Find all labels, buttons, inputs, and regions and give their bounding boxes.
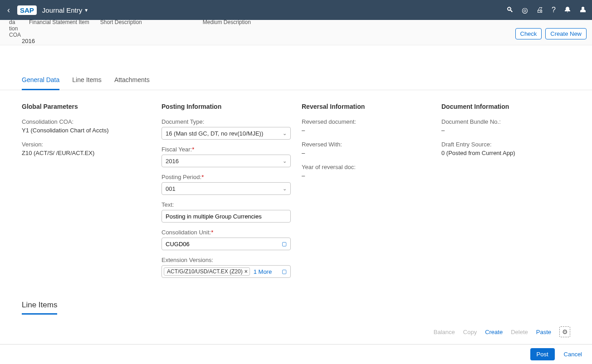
coa-label: Consolidation COA:: [22, 118, 151, 125]
lineitems-toolbar: Balance Copy Create Delete Paste ⚙: [22, 318, 570, 342]
header-fragment: da tion COA Financial Statement Item Sho…: [9, 19, 251, 38]
sap-logo: SAP: [17, 5, 37, 15]
posting-period-label: Posting Period:*: [161, 174, 291, 180]
token-remove-icon[interactable]: ×: [245, 268, 248, 275]
create-link[interactable]: Create: [485, 329, 503, 335]
posting-period-value: 001: [166, 185, 176, 192]
section-global-parameters: Global Parameters Consolidation COA: Y1 …: [22, 103, 151, 284]
back-icon[interactable]: ‹: [5, 5, 12, 15]
sub-header: da tion COA Financial Statement Item Sho…: [0, 20, 592, 45]
footer-bar: Post Cancel: [0, 344, 592, 364]
section-reversal-information: Reversal Information Reversed document: …: [302, 103, 431, 284]
doctype-select[interactable]: 16 (Man std GC, DT, no rev(10/MJE)) ⌄: [161, 127, 291, 140]
balance-link: Balance: [434, 329, 455, 335]
value-help-icon[interactable]: ▢: [279, 241, 289, 247]
frag-text: COA: [9, 32, 21, 38]
copy-link: Copy: [463, 329, 477, 335]
ext-more-link[interactable]: 1 More: [252, 268, 274, 275]
chevron-down-icon: ⌄: [283, 186, 287, 192]
ext-version-token[interactable]: ACT/G/Z10/USD/ACT.EX (Z20) ×: [164, 267, 250, 276]
consolidation-unit-input[interactable]: ▢: [161, 238, 291, 250]
cancel-button[interactable]: Cancel: [561, 350, 585, 358]
chevron-down-icon: ▼: [84, 8, 88, 13]
fiscal-year-select[interactable]: 2016 ⌄: [161, 155, 291, 167]
section-document-information: Document Information Document Bundle No.…: [441, 103, 570, 284]
text-label: Text:: [161, 201, 291, 208]
frag-text: da: [9, 19, 21, 25]
text-input-field[interactable]: [162, 210, 290, 222]
reversed-doc-value: –: [302, 127, 431, 134]
section-title: Reversal Information: [302, 103, 431, 110]
fiscal-year-value: 2016: [166, 158, 179, 165]
doctype-value: 16 (Man std GC, DT, no rev(10/MJE)): [166, 130, 263, 137]
reversal-year-label: Year of reversal doc:: [302, 164, 431, 170]
page-body: General Data Line Items Attachments Glob…: [0, 45, 592, 364]
paste-link[interactable]: Paste: [536, 329, 551, 335]
reversed-with-value: –: [302, 150, 431, 156]
lineitems-heading: Line Items: [22, 301, 57, 315]
reversed-with-label: Reversed With:: [302, 141, 431, 148]
text-input[interactable]: [161, 210, 291, 223]
reversal-year-value: –: [302, 172, 431, 179]
target-icon[interactable]: ◎: [522, 6, 528, 15]
shell-title-text: Journal Entry: [42, 6, 82, 14]
section-title: Document Information: [441, 103, 570, 110]
frag-col: Financial Statement Item: [29, 19, 89, 38]
frag-col: Short Description: [100, 19, 142, 38]
token-text: ACT/G/Z10/USD/ACT.EX (Z20): [167, 268, 243, 275]
check-button[interactable]: Check: [515, 28, 542, 39]
consolidation-unit-label: Consolidation Unit:*: [161, 229, 291, 236]
shell-header: ‹ SAP Journal Entry ▼ 🔍︎ ◎ 🖨︎ ? 🔔︎ 👤︎: [0, 0, 592, 20]
section-title: Posting Information: [161, 103, 291, 110]
tab-general-data[interactable]: General Data: [22, 72, 59, 90]
create-new-button[interactable]: Create New: [545, 28, 587, 39]
notification-flag-icon[interactable]: 🖨︎: [536, 6, 543, 15]
gear-icon[interactable]: ⚙: [559, 326, 570, 337]
ext-versions-label: Extension Versions:: [161, 257, 291, 263]
section-posting-information: Posting Information Document Type: 16 (M…: [161, 103, 291, 284]
section-title: Global Parameters: [22, 103, 151, 110]
bundle-label: Document Bundle No.:: [441, 118, 570, 125]
version-label: Version:: [22, 141, 151, 148]
post-button[interactable]: Post: [530, 348, 555, 360]
frag-text: tion: [9, 25, 21, 32]
chevron-down-icon: ⌄: [283, 158, 287, 164]
tab-line-items[interactable]: Line Items: [72, 72, 102, 90]
help-icon[interactable]: ?: [552, 6, 556, 15]
frag-col: Medium Description: [203, 19, 251, 38]
search-icon[interactable]: 🔍︎: [506, 6, 514, 15]
consolidation-unit-field[interactable]: [162, 238, 279, 250]
ext-versions-input[interactable]: ACT/G/Z10/USD/ACT.EX (Z20) × 1 More ▢: [161, 265, 291, 278]
user-icon[interactable]: 👤︎: [579, 6, 587, 15]
version-value: Z10 (ACT/S/ /EUR/ACT.EX): [22, 150, 151, 156]
chevron-down-icon: ⌄: [283, 131, 287, 136]
header-year: 2016: [22, 38, 35, 44]
tab-attachments[interactable]: Attachments: [114, 72, 150, 90]
value-help-icon[interactable]: ▢: [279, 268, 289, 275]
draft-label: Draft Entry Source:: [441, 141, 570, 148]
bell-icon[interactable]: 🔔︎: [564, 6, 571, 15]
reversed-doc-label: Reversed document:: [302, 118, 431, 125]
doctype-label: Document Type:: [161, 118, 291, 125]
fiscal-year-label: Fiscal Year:*: [161, 146, 291, 153]
shell-title[interactable]: Journal Entry ▼: [42, 6, 88, 14]
coa-value: Y1 (Consolidation Chart of Accts): [22, 127, 151, 134]
bundle-value: –: [441, 127, 570, 134]
posting-period-select[interactable]: 001 ⌄: [161, 182, 291, 195]
tabs: General Data Line Items Attachments: [0, 72, 592, 90]
delete-link: Delete: [511, 329, 528, 335]
draft-value: 0 (Posted from Current App): [441, 150, 570, 156]
